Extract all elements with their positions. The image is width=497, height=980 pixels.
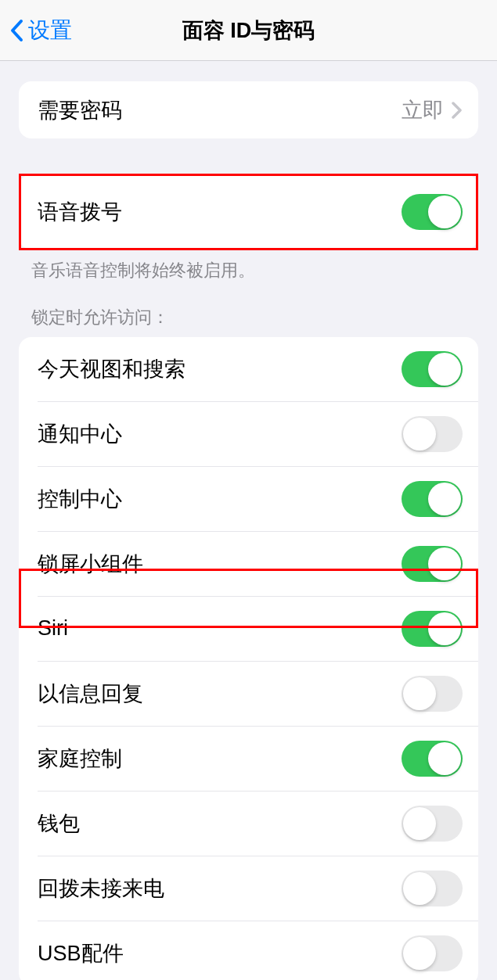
- switch-toggle[interactable]: [402, 546, 463, 582]
- switch-toggle[interactable]: [402, 416, 463, 452]
- row-label: 通知中心: [38, 420, 122, 448]
- chevron-left-icon: [9, 19, 25, 42]
- group-require-passcode: 需要密码 立即: [19, 81, 478, 138]
- switch-toggle[interactable]: [402, 935, 463, 971]
- row-locked-access-item: 控制中心: [38, 466, 478, 531]
- switch-toggle[interactable]: [402, 806, 463, 842]
- switch-toggle[interactable]: [402, 611, 463, 647]
- row-label: 锁屏小组件: [38, 550, 143, 578]
- row-locked-access-item: 以信息回复: [38, 661, 478, 726]
- navbar: 设置 面容 ID与密码: [0, 0, 497, 61]
- switch-toggle[interactable]: [402, 676, 463, 712]
- header-locked-access: 锁定时允许访问：: [0, 306, 497, 337]
- row-locked-access-item: 回拨未接来电: [38, 856, 478, 921]
- row-locked-access-item: 今天视图和搜索: [19, 337, 478, 401]
- row-label: 回拨未接来电: [38, 874, 164, 903]
- switch-toggle[interactable]: [402, 741, 463, 777]
- row-label: 语音拨号: [38, 198, 122, 226]
- group-locked-access: 今天视图和搜索通知中心控制中心锁屏小组件Siri以信息回复家庭控制钱包回拨未接来…: [19, 337, 478, 980]
- switch-toggle[interactable]: [402, 871, 463, 906]
- switch-toggle[interactable]: [402, 351, 463, 387]
- row-locked-access-item: Siri: [38, 596, 478, 661]
- footer-voice-dial: 音乐语音控制将始终被启用。: [0, 249, 497, 282]
- row-require-passcode[interactable]: 需要密码 立即: [19, 81, 478, 138]
- row-label: Siri: [38, 616, 68, 641]
- page-title: 面容 ID与密码: [0, 16, 497, 45]
- row-locked-access-item: 通知中心: [38, 401, 478, 466]
- switch-voice-dial[interactable]: [402, 194, 463, 230]
- row-label: USB配件: [38, 939, 124, 967]
- back-button[interactable]: 设置: [9, 16, 72, 45]
- chevron-right-icon: [452, 102, 463, 119]
- row-label: 家庭控制: [38, 745, 122, 773]
- row-label: 今天视图和搜索: [38, 355, 185, 383]
- row-locked-access-item: USB配件: [38, 921, 478, 980]
- switch-toggle[interactable]: [402, 481, 463, 517]
- row-label: 需要密码: [38, 96, 122, 124]
- row-value: 立即: [402, 96, 444, 124]
- back-label: 设置: [28, 16, 72, 45]
- row-locked-access-item: 家庭控制: [38, 726, 478, 791]
- row-label: 钱包: [38, 809, 80, 838]
- row-locked-access-item: 钱包: [38, 791, 478, 856]
- row-locked-access-item: 锁屏小组件: [38, 531, 478, 596]
- row-voice-dial: 语音拨号: [19, 179, 478, 245]
- row-label: 控制中心: [38, 485, 122, 513]
- row-label: 以信息回复: [38, 680, 143, 708]
- group-voice-dial: 语音拨号: [19, 174, 478, 249]
